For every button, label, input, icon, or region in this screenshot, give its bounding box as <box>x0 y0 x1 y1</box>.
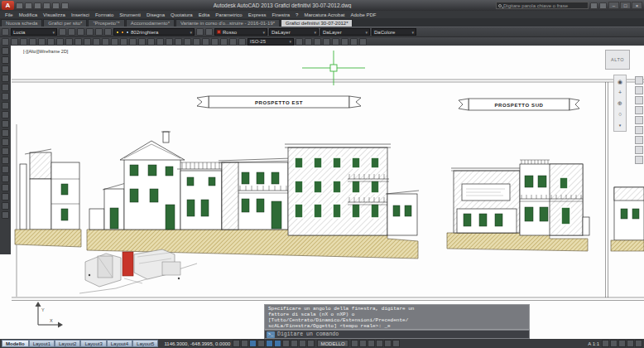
undo-icon[interactable] <box>52 2 60 9</box>
menu-file[interactable]: File <box>5 12 13 17</box>
viewport-controls-label[interactable]: [-][Alto][Wireframe 2D] <box>23 49 69 54</box>
layer-off-icon[interactable] <box>104 28 112 36</box>
command-input-text[interactable]: Digitare un comando <box>277 331 339 337</box>
menu-modifica[interactable]: Modifica <box>19 12 37 17</box>
site-plan[interactable] <box>79 249 197 293</box>
redo-icon[interactable] <box>61 2 69 9</box>
table-icon[interactable] <box>323 38 330 46</box>
copy-icon[interactable] <box>2 129 9 137</box>
navbar-more-icon[interactable] <box>615 120 625 129</box>
right-tool-2-icon[interactable] <box>635 86 643 94</box>
layout-tab-layout4[interactable]: Layout4 <box>107 340 132 347</box>
steering-wheel-icon[interactable] <box>615 77 625 86</box>
layer-properties-icon[interactable] <box>59 28 66 36</box>
right-tool-8-icon[interactable] <box>635 146 643 154</box>
autoscale-icon[interactable] <box>610 340 618 347</box>
designcenter-icon[interactable] <box>156 38 164 46</box>
help-icon[interactable] <box>599 2 607 9</box>
menu-disegna[interactable]: Disegna <box>147 12 165 17</box>
file-tab-grafici-definitivi[interactable]: Grafici definitivi 30-07-2012* <box>281 19 353 27</box>
dim-continue-icon[interactable] <box>238 38 246 46</box>
dimstyle-combo[interactable]: ISO-25 <box>248 38 294 46</box>
scale-icon[interactable] <box>2 175 9 182</box>
zoom-realtime-icon[interactable] <box>120 38 127 46</box>
right-tool-5-icon[interactable] <box>635 116 643 124</box>
lwt-toggle[interactable] <box>299 340 306 347</box>
menu-express[interactable]: Express <box>248 12 267 17</box>
toolpalettes-icon[interactable] <box>166 38 173 46</box>
drawing-area[interactable]: .ln{stroke:#2b2b2b;stroke-width:0.6;fill… <box>0 46 644 339</box>
line-icon[interactable] <box>2 47 9 55</box>
viewcube[interactable]: ALTO <box>605 50 630 70</box>
redo-arrow-icon[interactable] <box>102 38 109 46</box>
menu-formato[interactable]: Formato <box>95 12 113 17</box>
hatch-icon[interactable] <box>2 102 9 109</box>
menu-finestra[interactable]: Finestra <box>272 12 290 17</box>
mirror-icon[interactable] <box>2 138 9 146</box>
drawing-canvas-svg[interactable]: .ln{stroke:#2b2b2b;stroke-width:0.6;fill… <box>0 46 644 339</box>
zoom-icon[interactable] <box>615 99 625 108</box>
right-tool-7-icon[interactable] <box>635 136 643 144</box>
workspace-combo[interactable]: Lucia <box>11 28 57 36</box>
showmotion-icon[interactable] <box>392 340 400 347</box>
annotation-scale[interactable]: A 1:1 <box>588 341 599 346</box>
zoom-status-icon[interactable] <box>376 340 383 347</box>
dim-aligned-icon[interactable] <box>211 38 219 46</box>
file-tab-prospetto[interactable]: "Prospetto"* <box>88 19 124 27</box>
markup-icon[interactable] <box>184 38 191 46</box>
plot-icon[interactable] <box>43 2 50 9</box>
linetype-combo[interactable]: DaLayer <box>269 28 319 36</box>
hatch-tool-icon[interactable] <box>350 38 358 46</box>
otrack-toggle[interactable] <box>274 340 281 347</box>
menu-parametrico[interactable]: Parametrico <box>215 12 242 17</box>
layer-previous-icon[interactable] <box>77 28 84 36</box>
dim-angular-icon[interactable] <box>220 38 228 46</box>
quickview-drawings-icon[interactable] <box>359 340 367 347</box>
layer-freeze-icon[interactable] <box>95 28 103 36</box>
move-icon[interactable] <box>2 157 9 164</box>
block-icon[interactable] <box>341 38 348 46</box>
circle-icon[interactable] <box>2 65 9 73</box>
model-space-button[interactable]: MODELLO <box>317 340 348 347</box>
menu-strumenti[interactable]: Strumenti <box>119 12 141 17</box>
undo-arrow-icon[interactable] <box>93 38 100 46</box>
trim-icon[interactable] <box>2 184 9 191</box>
copy-clip-icon[interactable] <box>65 38 73 46</box>
file-tab-nuova-scheda[interactable]: Nuova scheda <box>1 19 42 27</box>
zoom-previous-icon[interactable] <box>138 38 146 46</box>
right-tool-6-icon[interactable] <box>635 126 643 134</box>
workspace-icon[interactable] <box>2 28 9 36</box>
steeringwheel-status-icon[interactable] <box>384 340 392 347</box>
plot-file-icon[interactable] <box>29 38 36 46</box>
menu-quotatura[interactable]: Quotatura <box>171 12 193 17</box>
snap-toggle[interactable] <box>233 340 240 347</box>
close-button[interactable]: × <box>632 2 642 9</box>
annotation-visibility-icon[interactable] <box>602 340 609 347</box>
file-tab-variante[interactable]: Variante in corso d'o...struire - 2016-0… <box>175 19 280 27</box>
text-icon[interactable] <box>2 111 9 118</box>
menu-visualizza[interactable]: Visualizza <box>43 12 65 17</box>
workspace-switch-gear-icon[interactable] <box>618 340 626 347</box>
sheetset-icon[interactable] <box>175 38 182 46</box>
dim-update-icon[interactable] <box>296 38 303 46</box>
menu-marcatura-acrobat[interactable]: Marcatura Acrobat <box>304 12 344 17</box>
banner-prospetto-sud[interactable]: PROSPETTO SUD <box>459 99 579 110</box>
polyline-icon[interactable] <box>2 56 9 64</box>
make-current-icon[interactable] <box>196 28 204 36</box>
dim-radius-icon[interactable] <box>229 38 237 46</box>
layer-isolate-icon[interactable] <box>86 28 94 36</box>
qp-toggle[interactable] <box>307 340 315 347</box>
layout-tab-layout3[interactable]: Layout3 <box>80 340 106 347</box>
right-tool-4-icon[interactable] <box>635 106 643 114</box>
section-drawing-left[interactable] <box>15 149 81 247</box>
color-combo[interactable]: Rosso <box>214 28 267 36</box>
menu-inserisci[interactable]: Inserisci <box>71 12 89 17</box>
siteplan-highlight-red[interactable] <box>123 252 133 276</box>
match-layer-icon[interactable] <box>205 28 213 36</box>
zoom-window-icon[interactable] <box>129 38 137 46</box>
layout-tab-modello[interactable]: Modello <box>2 340 29 347</box>
pan-status-icon[interactable] <box>368 340 375 347</box>
cut-icon[interactable] <box>56 38 64 46</box>
explode-icon[interactable] <box>2 211 9 219</box>
layout-tab-layout5[interactable]: Layout5 <box>132 340 158 347</box>
